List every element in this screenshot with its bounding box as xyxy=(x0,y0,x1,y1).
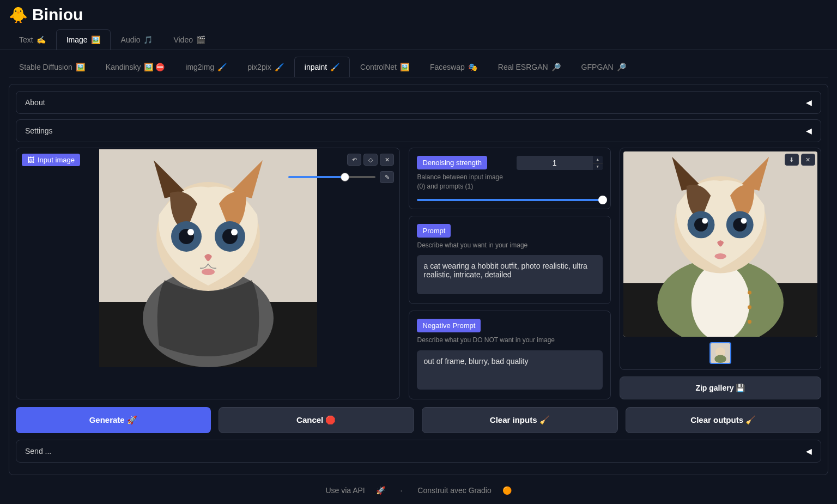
close-button[interactable]: ✕ xyxy=(380,154,394,166)
tab-video-label: Video xyxy=(173,35,193,44)
tab-image[interactable]: Image🖼️ xyxy=(56,29,111,50)
tab-video[interactable]: Video🎬 xyxy=(163,29,216,50)
subtab-label: Kandinsky xyxy=(106,63,141,71)
input-image-badge: 🖼 Input image xyxy=(22,154,80,166)
svg-point-21 xyxy=(702,218,708,224)
brush-icon: 🖌️ xyxy=(217,63,227,71)
tab-text-label: Text xyxy=(19,35,33,44)
subtab-gfpgan[interactable]: GFPGAN🔎 xyxy=(571,57,636,77)
input-image-panel: 🖼 Input image xyxy=(16,148,400,399)
negative-prompt-hint: Describe what you DO NOT want in your im… xyxy=(417,336,602,345)
image-no-entry-icon: 🖼️ ⛔ xyxy=(144,63,165,71)
thumbnail-illustration xyxy=(711,343,730,363)
subtab-controlnet[interactable]: ControlNet🖼️ xyxy=(350,57,420,77)
close-button[interactable]: ✕ xyxy=(801,154,815,166)
chevron-left-icon: ◀ xyxy=(806,98,812,107)
subtab-label: Faceswap xyxy=(430,63,465,71)
send-label: Send ... xyxy=(25,447,51,456)
negative-prompt-textarea[interactable]: out of frame, blurry, bad quality xyxy=(417,350,602,390)
about-label: About xyxy=(25,98,45,107)
download-button[interactable]: ⬇ xyxy=(785,154,799,166)
input-image-canvas[interactable] xyxy=(99,149,317,367)
negative-prompt-label: Negative Prompt xyxy=(417,319,481,332)
subtab-faceswap[interactable]: Faceswap🎭 xyxy=(420,57,488,77)
gallery-thumbnail[interactable] xyxy=(709,342,731,364)
chevron-left-icon: ◀ xyxy=(806,126,812,135)
settings-accordion[interactable]: Settings ◀ xyxy=(16,119,821,142)
app-title: Biniou xyxy=(32,5,83,24)
stepper-up-button[interactable]: ▲ xyxy=(593,156,603,163)
pencil-icon: ✍️ xyxy=(37,35,46,44)
negative-prompt-card: Negative Prompt Describe what you DO NOT… xyxy=(409,311,610,399)
clear-outputs-button[interactable]: Clear outputs 🧹 xyxy=(626,407,822,433)
subtab-inpaint[interactable]: inpaint🖌️ xyxy=(294,57,350,77)
rocket-icon: 🚀 xyxy=(376,486,385,495)
use-via-api-link[interactable]: Use via API 🚀 xyxy=(321,486,389,495)
tab-text[interactable]: Text✍️ xyxy=(9,29,56,50)
subtab-label: Stable Diffusion xyxy=(19,63,72,71)
denoising-input[interactable] xyxy=(517,156,593,170)
svg-point-28 xyxy=(714,355,726,363)
image-icon: 🖼️ xyxy=(400,63,409,71)
image-icon: 🖼️ xyxy=(91,35,100,44)
denoising-label: Denoising strength xyxy=(417,156,487,169)
undo-button[interactable]: ↶ xyxy=(347,154,361,166)
svg-point-6 xyxy=(187,229,194,235)
gradio-icon: 🟠 xyxy=(502,486,512,495)
stepper-down-button[interactable]: ▼ xyxy=(593,163,603,171)
svg-point-15 xyxy=(748,291,751,295)
image-icon: 🖼️ xyxy=(76,63,85,71)
prompt-card: Prompt Describe what you want in your im… xyxy=(409,216,610,305)
input-image-illustration xyxy=(99,149,317,367)
tab-audio[interactable]: Audio🎵 xyxy=(111,29,163,50)
tab-image-label: Image xyxy=(66,35,88,44)
subtab-label: ControlNet xyxy=(360,63,397,71)
denoising-slider[interactable] xyxy=(417,199,602,201)
gradio-link[interactable]: Construit avec Gradio 🟠 xyxy=(413,486,515,495)
subtab-label: pix2pix xyxy=(247,63,271,71)
subtab-label: inpaint xyxy=(305,63,327,71)
cancel-button[interactable]: Cancel 🛑 xyxy=(219,407,415,433)
prompt-textarea[interactable]: a cat wearing a hobbit outfit, photo rea… xyxy=(417,255,602,294)
denoising-card: Denoising strength Balance between input… xyxy=(409,148,610,209)
prompt-hint: Describe what you want in your image xyxy=(417,241,602,250)
main-tabs: Text✍️ Image🖼️ Audio🎵 Video🎬 xyxy=(0,29,837,50)
app-logo: 🐥 xyxy=(9,6,28,24)
clear-inputs-button[interactable]: Clear inputs 🧹 xyxy=(422,407,618,433)
erase-button[interactable]: ◇ xyxy=(363,154,378,166)
separator: · xyxy=(401,486,403,495)
subtab-pix2pix[interactable]: pix2pix🖌️ xyxy=(237,57,294,77)
sub-tabs: Stable Diffusion🖼️ Kandinsky🖼️ ⛔ img2img… xyxy=(9,57,828,77)
brush-size-slider[interactable] xyxy=(288,176,375,178)
svg-point-17 xyxy=(748,320,751,324)
subtab-img2img[interactable]: img2img🖌️ xyxy=(175,57,237,77)
footer: Use via API 🚀 · Construit avec Gradio 🟠 xyxy=(9,475,828,500)
output-image-illustration xyxy=(623,151,817,337)
clapper-icon: 🎬 xyxy=(196,35,205,44)
output-gallery: ⬇ ✕ xyxy=(620,148,821,370)
subtab-real-esrgan[interactable]: Real ESRGAN🔎 xyxy=(488,57,571,77)
magnifier-icon: 🔎 xyxy=(617,63,626,71)
magnifier-icon: 🔎 xyxy=(551,63,561,71)
denoising-number-wrap: ▲ ▼ xyxy=(517,156,603,170)
about-accordion[interactable]: About ◀ xyxy=(16,91,821,114)
slider-thumb[interactable] xyxy=(598,196,607,204)
settings-label: Settings xyxy=(25,126,53,135)
brush-icon: 🖌️ xyxy=(330,63,339,71)
brush-tool-button[interactable]: ✎ xyxy=(380,171,394,183)
svg-point-10 xyxy=(202,269,215,275)
subtab-stable-diffusion[interactable]: Stable Diffusion🖼️ xyxy=(9,57,95,77)
output-image[interactable] xyxy=(623,151,817,337)
input-image-badge-label: Input image xyxy=(38,156,75,164)
slider-thumb[interactable] xyxy=(341,173,349,181)
zip-gallery-button[interactable]: Zip gallery 💾 xyxy=(620,377,821,399)
masks-icon: 🎭 xyxy=(468,63,477,71)
subtab-kandinsky[interactable]: Kandinsky🖼️ ⛔ xyxy=(95,57,175,77)
send-accordion[interactable]: Send ... ◀ xyxy=(16,440,821,463)
generate-button[interactable]: Generate 🚀 xyxy=(16,407,211,433)
prompt-label: Prompt xyxy=(417,224,451,238)
music-icon: 🎵 xyxy=(143,35,153,44)
image-icon: 🖼 xyxy=(27,156,34,164)
subtab-label: Real ESRGAN xyxy=(498,63,548,71)
subtab-label: GFPGAN xyxy=(581,63,614,71)
